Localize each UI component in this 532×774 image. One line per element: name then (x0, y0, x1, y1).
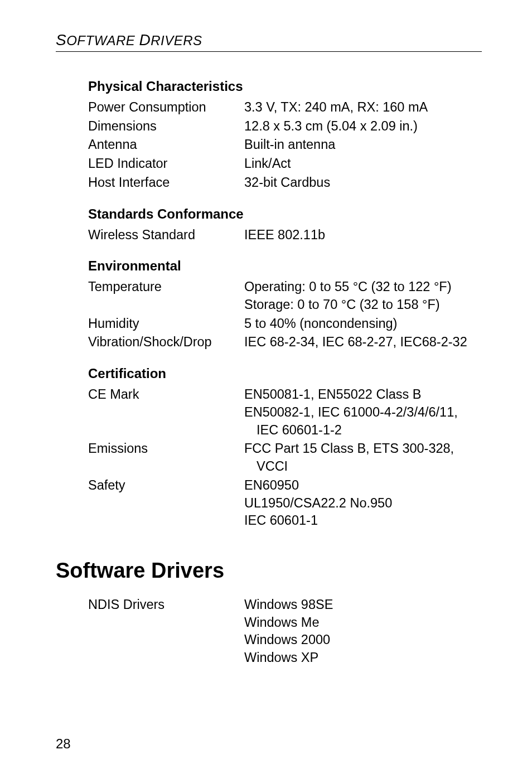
spec-row: Vibration/Shock/DropIEC 68-2-34, IEC 68-… (56, 333, 482, 351)
spec-row: AntennaBuilt-in antenna (56, 136, 482, 154)
spec-value-line: 12.8 x 5.3 cm (5.04 x 2.09 in.) (244, 118, 482, 136)
spec-value-line: Windows Me (244, 614, 482, 632)
spec-label: Emissions (88, 440, 244, 475)
running-header: SOFTWARE DRIVERS (56, 31, 482, 49)
section-title-environmental: Environmental (56, 258, 482, 274)
spec-row: TemperatureOperating: 0 to 55 °C (32 to … (56, 278, 482, 313)
spec-label: LED Indicator (88, 155, 244, 173)
spec-value-line: Windows XP (244, 649, 482, 667)
spec-value: 32-bit Cardbus (244, 174, 482, 192)
section-title-physical: Physical Characteristics (56, 79, 482, 94)
spec-label: Dimensions (88, 118, 244, 136)
spec-value-line: Operating: 0 to 55 °C (32 to 122 °F) (244, 278, 482, 296)
spec-label: CE Mark (88, 386, 244, 439)
spec-value: IEC 68-2-34, IEC 68-2-27, IEC68-2-32 (244, 333, 482, 351)
spec-value-line: 5 to 40% (noncondensing) (244, 315, 482, 333)
spec-value: EN50081-1, EN55022 Class BEN50082-1, IEC… (244, 386, 482, 439)
rh-cap2: D (139, 31, 151, 49)
spec-value: Built-in antenna (244, 136, 482, 154)
spec-value-line: Built-in antenna (244, 136, 482, 154)
spec-value: Windows 98SEWindows MeWindows 2000Window… (244, 596, 482, 667)
spec-label: Humidity (88, 315, 244, 333)
spec-value-line: Windows 98SE (244, 596, 482, 614)
spec-value-line: EN60950 (244, 477, 482, 495)
rh-rest1: OFTWARE (66, 33, 135, 48)
spec-value-line: 3.3 V, TX: 240 mA, RX: 160 mA (244, 99, 482, 117)
spec-value-line: IEEE 802.11b (244, 226, 482, 244)
drivers-rows: NDIS DriversWindows 98SEWindows MeWindow… (56, 596, 482, 667)
spec-value: Link/Act (244, 155, 482, 173)
spec-row: Power Consumption3.3 V, TX: 240 mA, RX: … (56, 99, 482, 117)
spec-value-line: EN50082-1, IEC 61000-4-2/3/4/6/11, (244, 404, 482, 422)
spec-row: Wireless StandardIEEE 802.11b (56, 226, 482, 244)
page-number: 28 (56, 736, 71, 752)
spec-label: Power Consumption (88, 99, 244, 117)
rh-rest2: RIVERS (151, 33, 202, 48)
spec-value-line: EN50081-1, EN55022 Class B (244, 386, 482, 404)
spec-row: NDIS DriversWindows 98SEWindows MeWindow… (56, 596, 482, 667)
spec-row: Host Interface32-bit Cardbus (56, 174, 482, 192)
spec-value-line: IEC 68-2-34, IEC 68-2-27, IEC68-2-32 (244, 333, 482, 351)
spec-value-line: FCC Part 15 Class B, ETS 300-328, (244, 440, 482, 458)
spec-label: NDIS Drivers (88, 596, 244, 667)
section-environmental-rows: TemperatureOperating: 0 to 55 °C (32 to … (56, 278, 482, 351)
section-title-standards: Standards Conformance (56, 206, 482, 222)
spec-label: Antenna (88, 136, 244, 154)
section-certification-rows: CE MarkEN50081-1, EN55022 Class BEN50082… (56, 386, 482, 530)
header-rule (56, 51, 482, 52)
spec-row: CE MarkEN50081-1, EN55022 Class BEN50082… (56, 386, 482, 439)
spec-row: EmissionsFCC Part 15 Class B, ETS 300-32… (56, 440, 482, 475)
spec-label: Safety (88, 477, 244, 530)
spec-value: Operating: 0 to 55 °C (32 to 122 °F)Stor… (244, 278, 482, 313)
rh-cap1: S (56, 31, 66, 49)
spec-value-line: Storage: 0 to 70 °C (32 to 158 °F) (244, 296, 482, 314)
spec-value: FCC Part 15 Class B, ETS 300-328,VCCI (244, 440, 482, 475)
spec-value-line: IEC 60601-1-2 (244, 422, 482, 439)
spec-value-line: Windows 2000 (244, 631, 482, 649)
section-standards-rows: Wireless StandardIEEE 802.11b (56, 226, 482, 244)
spec-label: Temperature (88, 278, 244, 313)
spec-value-line: IEC 60601-1 (244, 512, 482, 530)
spec-label: Wireless Standard (88, 226, 244, 244)
spec-value: 5 to 40% (noncondensing) (244, 315, 482, 333)
spec-value: 3.3 V, TX: 240 mA, RX: 160 mA (244, 99, 482, 117)
spec-value-line: UL1950/CSA22.2 No.950 (244, 495, 482, 512)
spec-row: Humidity5 to 40% (noncondensing) (56, 315, 482, 333)
spec-value: IEEE 802.11b (244, 226, 482, 244)
spec-value-line: 32-bit Cardbus (244, 174, 482, 192)
main-heading: Software Drivers (56, 559, 482, 583)
section-title-certification: Certification (56, 366, 482, 381)
spec-value: EN60950UL1950/CSA22.2 No.950IEC 60601-1 (244, 477, 482, 530)
spec-row: LED IndicatorLink/Act (56, 155, 482, 173)
spec-row: SafetyEN60950UL1950/CSA22.2 No.950IEC 60… (56, 477, 482, 530)
spec-row: Dimensions12.8 x 5.3 cm (5.04 x 2.09 in.… (56, 118, 482, 136)
spec-value: 12.8 x 5.3 cm (5.04 x 2.09 in.) (244, 118, 482, 136)
spec-value-line: VCCI (244, 458, 482, 476)
section-physical-rows: Power Consumption3.3 V, TX: 240 mA, RX: … (56, 99, 482, 192)
spec-label: Vibration/Shock/Drop (88, 333, 244, 351)
spec-value-line: Link/Act (244, 155, 482, 173)
spec-label: Host Interface (88, 174, 244, 192)
